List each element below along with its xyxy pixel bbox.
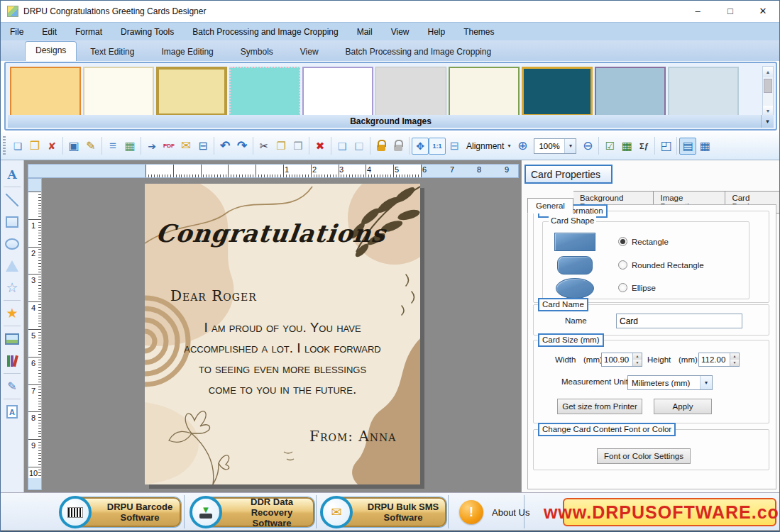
insert-image-icon[interactable]: ▦	[121, 138, 138, 155]
card-title-text[interactable]: Congratulations	[155, 219, 388, 248]
toolbar-drag-handle[interactable]	[3, 136, 6, 156]
measurement-unit-dropdown[interactable]: Milimeters (mm) ▾	[627, 375, 713, 390]
minimize-button[interactable]: –	[681, 1, 714, 21]
paste-icon[interactable]: ❒	[290, 138, 307, 155]
scroll-track[interactable]	[763, 77, 773, 106]
tab-designs[interactable]: Designs	[25, 41, 77, 61]
tab-symbols[interactable]: Symbols	[227, 43, 287, 61]
triangle-tool[interactable]	[1, 255, 23, 277]
ellipse-tool[interactable]	[1, 233, 23, 255]
zoom-level-combo[interactable]: 100% ▾	[534, 138, 576, 154]
scroll-up-icon[interactable]: ▲	[763, 67, 773, 77]
card-body-text[interactable]: I am proud of you. You have accomplished…	[152, 317, 413, 399]
rounded-rectangle-shape-preview[interactable]	[557, 256, 593, 275]
line-tool[interactable]	[1, 189, 23, 211]
close-button[interactable]: ✕	[747, 1, 779, 21]
export-pdf-icon[interactable]: PDF	[160, 138, 177, 155]
radio-rounded-rectangle[interactable]: Rounded Rectangle	[618, 260, 704, 270]
radio-rectangle[interactable]: Rectangle	[618, 237, 669, 246]
star-tool[interactable]: ☆	[1, 277, 23, 299]
tab-general[interactable]: General	[527, 198, 573, 214]
zoom-in-icon[interactable]: ⊕	[514, 138, 531, 155]
background-thumbnail[interactable]	[522, 67, 593, 116]
save-icon[interactable]: ▣	[65, 138, 82, 155]
greeting-card[interactable]: Congratulations Dear Roger I am proud of…	[145, 184, 420, 484]
ellipse-shape-preview[interactable]	[556, 278, 594, 299]
delete-object-icon[interactable]: ✖	[312, 138, 329, 155]
card-signature-text[interactable]: From: Anna	[309, 428, 396, 445]
lock-icon[interactable]	[373, 138, 390, 155]
image-tool[interactable]	[1, 328, 23, 350]
copy-icon[interactable]: ❐	[273, 138, 290, 155]
background-thumbnail[interactable]	[229, 67, 300, 116]
send-backward-icon[interactable]: ❑	[351, 138, 368, 155]
width-spinner[interactable]: 100.90 ▲▼	[601, 353, 642, 367]
notes-icon[interactable]: ≡	[104, 138, 121, 155]
data-checklist-icon[interactable]: ☑	[601, 138, 618, 155]
show-rulers-icon[interactable]: ▤	[679, 138, 696, 155]
menu-file[interactable]: File	[1, 23, 33, 41]
email-icon[interactable]: ✉	[177, 138, 194, 155]
background-thumbnail[interactable]	[375, 67, 446, 116]
tab-view[interactable]: View	[287, 43, 332, 61]
about-us-link[interactable]: About Us	[492, 493, 529, 531]
font-or-color-settings-button[interactable]: Font or Color Settings	[597, 448, 691, 464]
clipart-tool[interactable]	[1, 350, 23, 372]
thumbnail-scrollbar[interactable]: ▲ ▼	[762, 66, 774, 117]
bring-forward-icon[interactable]: ❑	[334, 138, 351, 155]
cut-icon[interactable]: ✂	[256, 138, 273, 155]
menu-themes[interactable]: Themes	[454, 23, 503, 41]
text-tool[interactable]: A	[1, 163, 23, 185]
radio-ellipse[interactable]: Ellipse	[618, 283, 656, 292]
menu-mail[interactable]: Mail	[348, 23, 382, 41]
excel-export-icon[interactable]: ▦	[618, 138, 635, 155]
menu-drawing-tools[interactable]: Drawing Tools	[111, 23, 183, 41]
signature-tool[interactable]: ✎	[1, 375, 23, 397]
open-folder-icon[interactable]: ❒	[26, 138, 43, 155]
unlock-icon[interactable]	[390, 138, 407, 155]
print-icon[interactable]: ⊟	[194, 138, 212, 155]
custom-shape-tool[interactable]: ★	[1, 302, 23, 324]
redo-icon[interactable]: ↷	[234, 138, 251, 155]
tab-image-editing[interactable]: Image Editing	[148, 43, 226, 61]
tab-batch-processing[interactable]: Batch Processing and Image Cropping	[332, 43, 505, 61]
get-size-from-printer-button[interactable]: Get size from Printer	[557, 399, 642, 414]
collapse-panel-icon[interactable]: ▼	[761, 115, 774, 128]
email-icon[interactable]: ✉	[320, 496, 353, 528]
website-banner[interactable]: www.DRPUSOFTWARE.com	[563, 498, 776, 526]
menu-batch-processing[interactable]: Batch Processing and Image Cropping	[183, 23, 347, 41]
spin-down-icon[interactable]: ▼	[730, 360, 739, 366]
background-thumbnail[interactable]	[10, 67, 81, 116]
data-recovery-icon[interactable]: ▼	[189, 496, 222, 528]
delete-design-icon[interactable]: ✘	[43, 138, 60, 155]
scroll-thumb[interactable]	[764, 79, 772, 93]
grid-icon[interactable]: ▦	[696, 138, 713, 155]
spin-down-icon[interactable]: ▼	[633, 360, 642, 366]
tab-text-editing[interactable]: Text Editing	[77, 43, 148, 61]
save-as-icon[interactable]: ✎	[82, 138, 99, 155]
align-shapes-icon[interactable]: ⊟	[446, 138, 463, 155]
spin-up-icon[interactable]: ▲	[730, 353, 739, 360]
maximize-button[interactable]: □	[714, 1, 747, 21]
actual-size-icon[interactable]: 1:1	[429, 138, 446, 155]
apply-button[interactable]: Apply	[654, 399, 712, 414]
crop-icon[interactable]: ◰	[657, 138, 674, 155]
background-thumbnail[interactable]	[449, 67, 520, 116]
alignment-dropdown[interactable]: Alignment ▾	[463, 141, 514, 151]
card-salutation-text[interactable]: Dear Roger	[170, 287, 257, 304]
background-thumbnail[interactable]	[156, 67, 227, 116]
export-image-icon[interactable]: ➔	[143, 138, 160, 155]
card-name-input[interactable]	[616, 314, 742, 328]
background-thumbnail[interactable]	[668, 67, 739, 116]
background-thumbnail[interactable]	[595, 67, 666, 116]
background-thumbnail[interactable]	[302, 67, 373, 116]
undo-icon[interactable]: ↶	[216, 138, 234, 155]
rectangle-shape-preview[interactable]	[554, 233, 595, 251]
menu-help[interactable]: Help	[418, 23, 454, 41]
about-us-icon[interactable]: !	[459, 500, 483, 524]
wordart-tool[interactable]: A	[1, 401, 23, 423]
menu-edit[interactable]: Edit	[33, 23, 66, 41]
zoom-out-icon[interactable]: ⊖	[579, 138, 596, 155]
new-document-icon[interactable]: ❏	[9, 138, 26, 155]
menu-format[interactable]: Format	[66, 23, 111, 41]
